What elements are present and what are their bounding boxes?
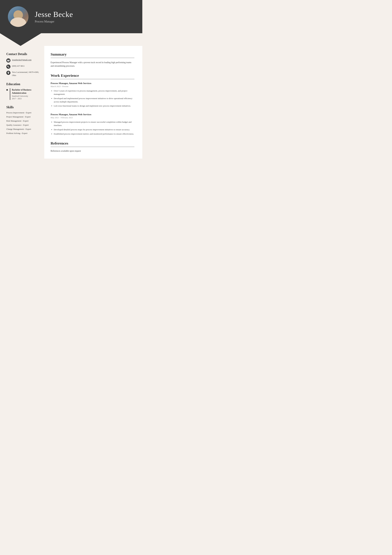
skill-item-4: Quality Assurance - Expert [6,124,40,126]
summary-title: Summary [51,52,134,57]
skill-item-6: Problem Solving - Expert [6,132,40,135]
avatar [8,6,29,27]
summary-text: Experienced Process Manager with a prove… [51,61,134,68]
edu-degree: Bachelor of Business Administration [12,88,40,95]
references-divider [51,147,134,147]
skill-item-3: Risk Management - Expert [6,120,40,122]
resume-header: Jesse Becke Process Manager [0,0,142,33]
education-section: Education Bachelor of Business Administr… [6,82,40,100]
job-2-bullet-2: Developed detailed process maps for proc… [54,128,134,131]
job-1-bullet-3: Led cross-functional teams to design and… [54,104,134,108]
edu-bullet [6,89,8,91]
skills-section: Skills Process Improvement - Expert Proj… [6,105,40,135]
references-section: References References available upon req… [51,141,134,152]
location-icon [6,71,10,75]
contact-section: Contact Details jessebecke@gmail.com (00… [6,52,40,77]
contact-section-title: Contact Details [6,52,40,56]
email-item: jessebecke@gmail.com [6,58,40,63]
education-section-title: Education [6,82,40,86]
address-item: New Luciennestad, 10670-4369, Ohio [6,71,40,77]
address-text: New Luciennestad, 10670-4369, Ohio [12,71,40,77]
candidate-name: Jesse Becke [35,10,73,19]
references-text: References available upon request [51,150,134,152]
job-2-bullets: Managed process improvement projects to … [51,120,134,136]
job-1-date: March 2023 - Present [51,85,134,88]
summary-divider [51,58,134,58]
work-experience-section: Work Experience Process Manager, Amazon … [51,73,134,136]
skill-item-5: Change Management - Expert [6,128,40,131]
skill-item-2: Project Management - Expert [6,116,40,118]
edu-school: Stanford University [12,95,40,97]
phone-item: (009) 437 8811 [6,65,40,69]
summary-section: Summary Experienced Process Manager with… [51,52,134,68]
header-text: Jesse Becke Process Manager [35,10,73,23]
phone-text: (009) 437 8811 [12,65,25,68]
skill-item-1: Process Improvement - Expert [6,111,40,114]
job-2-bullet-3: Established process improvement metrics … [54,132,134,136]
edu-years: 2017 - 2021 [12,97,40,100]
education-item: Bachelor of Business Administration Stan… [6,88,40,100]
job-2-title: Process Manager, Amazon Web Services [51,113,134,116]
job-2: Process Manager, Amazon Web Services May… [51,113,134,136]
sidebar: Contact Details jessebecke@gmail.com (00… [0,46,44,159]
chevron-decoration [0,33,142,46]
email-text: jessebecke@gmail.com [12,58,31,61]
job-1: Process Manager, Amazon Web Services Mar… [51,82,134,108]
email-icon [6,58,10,63]
references-title: References [51,141,134,146]
work-experience-title: Work Experience [51,73,134,78]
job-1-title: Process Manager, Amazon Web Services [51,82,134,85]
job-2-date: May 2021 - February 2023 [51,116,134,119]
skills-section-title: Skills [6,105,40,109]
job-1-bullet-2: Developed and implemented process improv… [54,97,134,103]
candidate-title: Process Manager [35,20,73,23]
job-2-bullet-1: Managed process improvement projects to … [54,120,134,127]
job-1-bullet-1: Over 5 years of experience in process ma… [54,89,134,96]
edu-content: Bachelor of Business Administration Stan… [10,88,40,100]
phone-icon [6,65,10,69]
main-content: Summary Experienced Process Manager with… [44,46,142,159]
job-1-bullets: Over 5 years of experience in process ma… [51,89,134,108]
resume-body: Contact Details jessebecke@gmail.com (00… [0,46,142,159]
